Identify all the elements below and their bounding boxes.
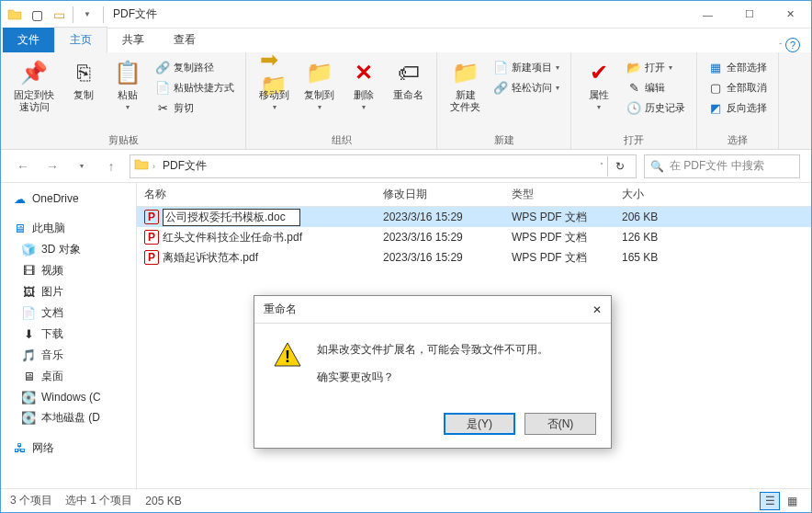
file-date: 2023/3/16 15:29 [376, 251, 504, 264]
delete-button[interactable]: ✕删除▾ [344, 56, 384, 113]
new-folder-icon[interactable]: ▭ [49, 5, 69, 25]
tree-item[interactable]: 🧊3D 对象 [1, 239, 136, 260]
search-input[interactable]: 🔍 在 PDF文件 中搜索 [644, 154, 800, 178]
ribbon-tabs: 文件 主页 共享 查看 ˇ ? [1, 28, 811, 52]
minimize-button[interactable]: — [687, 1, 728, 28]
selectall-button[interactable]: ▦全部选择 [705, 58, 771, 76]
up-button[interactable]: ↑ [100, 155, 122, 177]
pin-button[interactable]: 📌固定到快 速访问 [8, 56, 60, 115]
view-details-button[interactable]: ☰ [760, 492, 780, 510]
breadcrumb-dropdown[interactable]: ˅ [600, 162, 603, 170]
tree-item-label: 桌面 [41, 369, 63, 384]
tree-item[interactable]: 💽Windows (C [1, 387, 136, 407]
moveto-icon: ➡📁 [260, 58, 289, 87]
group-label: 组织 [254, 131, 429, 147]
newfolder-button[interactable]: 📁新建 文件夹 [445, 56, 486, 115]
quick-access-toolbar: ▢ ▭ ▼ [1, 5, 101, 25]
dialog-no-button[interactable]: 否(N) [524, 413, 596, 435]
tree-item[interactable]: 🖥桌面 [1, 366, 136, 387]
tree-item[interactable]: 🎵音乐 [1, 345, 136, 366]
invertsel-button[interactable]: ◩反向选择 [705, 98, 771, 117]
dialog-close-button[interactable]: ✕ [592, 303, 602, 316]
search-icon: 🔍 [650, 160, 664, 173]
col-name[interactable]: 名称 [137, 187, 376, 202]
ribbon: 📌固定到快 速访问 ⎘复制 📋粘贴▾ 🔗复制路径 📄粘贴快捷方式 ✂剪切 剪贴板… [1, 52, 811, 150]
file-row[interactable]: P公司授权委托书模板.doc 2023/3/16 15:29 WPS PDF 文… [137, 207, 811, 227]
view-icons-button[interactable]: ▦ [782, 492, 802, 510]
tree-item[interactable]: 📄文档 [1, 302, 136, 324]
tab-view[interactable]: 查看 [159, 28, 210, 52]
tree-network[interactable]: 🖧网络 [1, 438, 136, 459]
tree-item-icon: 🧊 [21, 243, 36, 257]
file-row[interactable]: P红头文件科技企业任命书.pdf 2023/3/16 15:29 WPS PDF… [137, 227, 811, 247]
breadcrumb-segment[interactable]: PDF文件 [159, 158, 210, 174]
cut-icon: ✂ [155, 100, 170, 115]
forward-button[interactable]: → [41, 155, 63, 177]
tree-item-icon: 💽 [21, 390, 36, 405]
tab-share[interactable]: 共享 [107, 28, 159, 52]
refresh-button[interactable]: ↻ [607, 156, 632, 177]
open-icon: 📂 [626, 60, 641, 74]
cloud-icon: ☁ [12, 191, 27, 206]
dialog-titlebar[interactable]: 重命名 ✕ [254, 296, 611, 324]
maximize-button[interactable]: ☐ [728, 1, 770, 28]
paste-button[interactable]: 📋粘贴▾ [107, 56, 148, 113]
titlebar: ▢ ▭ ▼ PDF文件 — ☐ ✕ [1, 1, 811, 28]
moveto-button[interactable]: ➡📁移动到▾ [254, 56, 295, 113]
easyaccess-button[interactable]: 🔗轻松访问 ▾ [490, 78, 563, 97]
tree-item-icon: 🎞 [21, 264, 36, 279]
close-button[interactable]: ✕ [770, 1, 811, 28]
pc-icon: 🖥 [12, 222, 27, 236]
tab-home[interactable]: 主页 [54, 27, 107, 52]
tree-item[interactable]: 🎞视频 [1, 260, 136, 281]
tree-item-icon: 📄 [21, 306, 36, 321]
tree-item[interactable]: ⬇下载 [1, 324, 136, 345]
copy-button[interactable]: ⎘复制 [63, 56, 104, 103]
delete-icon: ✕ [349, 58, 378, 87]
file-size: 206 KB [615, 211, 688, 223]
ribbon-group-organize: ➡📁移动到▾ 📁复制到▾ ✕删除▾ 🏷重命名 组织 [246, 52, 437, 149]
copyto-button[interactable]: 📁复制到▾ [299, 56, 340, 113]
properties-button[interactable]: ✔属性▾ [579, 56, 619, 113]
copypath-button[interactable]: 🔗复制路径 [152, 58, 238, 76]
tree-item[interactable]: 💽本地磁盘 (D [1, 407, 136, 428]
selectnone-button[interactable]: ▢全部取消 [705, 78, 771, 97]
file-row[interactable]: P离婚起诉状范本.pdf 2023/3/16 15:29 WPS PDF 文档 … [137, 247, 811, 268]
tree-item-icon: 🖼 [21, 285, 36, 300]
tree-thispc[interactable]: 🖥此电脑 [1, 218, 136, 239]
rename-icon: 🏷 [394, 58, 423, 87]
history-button[interactable]: 🕓历史记录 [623, 98, 689, 117]
tree-item-icon: 🖥 [21, 370, 36, 384]
col-date[interactable]: 修改日期 [376, 187, 504, 202]
tab-file[interactable]: 文件 [3, 28, 54, 52]
open-button[interactable]: 📂打开 ▾ [623, 58, 689, 76]
invertsel-icon: ◩ [708, 100, 723, 115]
tree-item[interactable]: 🖼图片 [1, 281, 136, 302]
navigation-pane[interactable]: ☁OneDrive 🖥此电脑 🧊3D 对象🎞视频🖼图片📄文档⬇下载🎵音乐🖥桌面💽… [1, 183, 137, 490]
properties-icon: ✔ [584, 58, 614, 87]
file-date: 2023/3/16 15:29 [376, 231, 504, 244]
selectall-icon: ▦ [708, 60, 723, 74]
qat-dropdown-icon[interactable]: ▼ [77, 5, 97, 25]
rename-input[interactable]: 公司授权委托书模板.doc [163, 209, 300, 226]
col-type[interactable]: 类型 [504, 187, 615, 202]
rename-button[interactable]: 🏷重命名 [388, 56, 429, 103]
tree-onedrive[interactable]: ☁OneDrive [1, 188, 136, 209]
pasteshortcut-button[interactable]: 📄粘贴快捷方式 [152, 78, 238, 97]
properties-icon[interactable]: ▢ [27, 5, 47, 25]
edit-button[interactable]: ✎编辑 [623, 78, 689, 97]
cut-button[interactable]: ✂剪切 [152, 98, 238, 117]
newitem-button[interactable]: 📄新建项目 ▾ [490, 58, 563, 76]
help-icon[interactable]: ? [785, 38, 800, 52]
tree-item-label: 3D 对象 [41, 242, 81, 257]
collapse-ribbon-icon[interactable]: ˇ [779, 41, 782, 50]
chevron-right-icon[interactable]: › [152, 162, 155, 171]
breadcrumb[interactable]: › PDF文件 ˅ ↻ [130, 154, 637, 178]
history-dropdown[interactable]: ▾ [71, 155, 93, 177]
col-size[interactable]: 大小 [615, 187, 688, 202]
edit-icon: ✎ [626, 80, 641, 95]
ribbon-group-select: ▦全部选择 ▢全部取消 ◩反向选择 选择 [697, 52, 779, 149]
ribbon-group-open: ✔属性▾ 📂打开 ▾ ✎编辑 🕓历史记录 打开 [571, 52, 697, 149]
dialog-yes-button[interactable]: 是(Y) [444, 413, 515, 435]
back-button[interactable]: ← [12, 155, 34, 177]
